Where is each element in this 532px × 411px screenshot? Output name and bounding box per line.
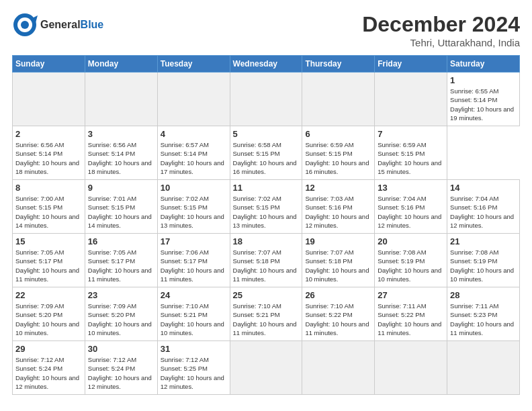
day-info: Sunrise: 7:10 AMSunset: 5:21 PMDaylight:…	[233, 302, 300, 337]
day-number: 10	[161, 183, 227, 193]
day-info: Sunrise: 7:01 AMSunset: 5:15 PMDaylight:…	[88, 194, 154, 230]
calendar-cell: 12Sunrise: 7:03 AMSunset: 5:16 PMDayligh…	[302, 180, 375, 234]
day-number: 19	[305, 236, 371, 246]
day-number: 5	[233, 129, 300, 139]
day-info: Sunrise: 7:00 AMSunset: 5:15 PMDaylight:…	[15, 194, 82, 230]
day-number: 11	[233, 183, 300, 193]
day-info: Sunrise: 7:02 AMSunset: 5:15 PMDaylight:…	[161, 194, 227, 230]
day-number: 15	[15, 236, 82, 246]
calendar-row: 2Sunrise: 6:56 AMSunset: 5:14 PMDaylight…	[13, 126, 520, 180]
day-number: 7	[378, 129, 444, 139]
day-info: Sunrise: 7:08 AMSunset: 5:19 PMDaylight:…	[378, 248, 444, 283]
day-info: Sunrise: 6:58 AMSunset: 5:15 PMDaylight:…	[233, 140, 300, 176]
col-sunday: Sunday	[13, 56, 85, 73]
day-info: Sunrise: 7:12 AMSunset: 5:24 PMDaylight:…	[15, 355, 82, 391]
calendar-cell: 31Sunrise: 7:12 AMSunset: 5:25 PMDayligh…	[157, 341, 230, 395]
col-saturday: Saturday	[447, 56, 520, 73]
header: GeneralBlue December 2024 Tehri, Uttarak…	[12, 12, 520, 48]
logo: GeneralBlue	[12, 12, 103, 38]
day-number: 18	[233, 236, 300, 246]
calendar-cell-empty	[302, 73, 375, 126]
day-info: Sunrise: 7:11 AMSunset: 5:23 PMDaylight:…	[450, 302, 517, 337]
calendar-cell: 24Sunrise: 7:10 AMSunset: 5:21 PMDayligh…	[157, 287, 230, 341]
calendar-cell	[302, 341, 375, 395]
day-info: Sunrise: 6:56 AMSunset: 5:14 PMDaylight:…	[88, 140, 154, 176]
day-number: 6	[305, 129, 371, 139]
svg-point-2	[21, 21, 29, 29]
day-number: 14	[450, 183, 517, 193]
day-info: Sunrise: 7:12 AMSunset: 5:24 PMDaylight:…	[88, 355, 154, 391]
calendar-container: GeneralBlue December 2024 Tehri, Uttarak…	[0, 0, 532, 402]
day-info: Sunrise: 7:07 AMSunset: 5:18 PMDaylight:…	[305, 248, 371, 283]
calendar-cell: 19Sunrise: 7:07 AMSunset: 5:18 PMDayligh…	[302, 234, 375, 287]
calendar-cell	[447, 341, 520, 395]
day-info: Sunrise: 7:10 AMSunset: 5:21 PMDaylight:…	[161, 302, 227, 337]
calendar-cell: 10Sunrise: 7:02 AMSunset: 5:15 PMDayligh…	[157, 180, 230, 234]
day-number: 30	[88, 344, 154, 354]
day-number: 26	[305, 290, 371, 300]
calendar-cell: 3Sunrise: 6:56 AMSunset: 5:14 PMDaylight…	[85, 126, 157, 180]
day-info: Sunrise: 7:09 AMSunset: 5:20 PMDaylight:…	[15, 302, 82, 337]
day-number: 20	[378, 236, 444, 246]
day-number: 31	[161, 344, 227, 354]
calendar-cell-empty	[230, 73, 302, 126]
calendar-cell: 2Sunrise: 6:56 AMSunset: 5:14 PMDaylight…	[13, 126, 85, 180]
calendar-cell: 8Sunrise: 7:00 AMSunset: 5:15 PMDaylight…	[13, 180, 85, 234]
day-number: 16	[88, 236, 154, 246]
day-number: 22	[15, 290, 82, 300]
day-info: Sunrise: 7:06 AMSunset: 5:17 PMDaylight:…	[161, 248, 227, 283]
calendar-cell: 18Sunrise: 7:07 AMSunset: 5:18 PMDayligh…	[230, 234, 302, 287]
title-block: December 2024 Tehri, Uttarakhand, India	[362, 12, 520, 48]
day-number: 9	[88, 183, 154, 193]
calendar-cell: 21Sunrise: 7:08 AMSunset: 5:19 PMDayligh…	[447, 234, 520, 287]
calendar-cell: 6Sunrise: 6:59 AMSunset: 5:15 PMDaylight…	[302, 126, 375, 180]
calendar-cell: 30Sunrise: 7:12 AMSunset: 5:24 PMDayligh…	[85, 341, 157, 395]
day-info: Sunrise: 6:57 AMSunset: 5:14 PMDaylight:…	[161, 140, 227, 176]
day-info: Sunrise: 7:11 AMSunset: 5:22 PMDaylight:…	[378, 302, 444, 337]
calendar-cell: 13Sunrise: 7:04 AMSunset: 5:16 PMDayligh…	[375, 180, 447, 234]
month-title: December 2024	[362, 12, 520, 37]
day-info: Sunrise: 6:59 AMSunset: 5:15 PMDaylight:…	[305, 140, 371, 176]
calendar-cell	[375, 341, 447, 395]
location-title: Tehri, Uttarakhand, India	[362, 37, 520, 48]
day-info: Sunrise: 7:09 AMSunset: 5:20 PMDaylight:…	[88, 302, 154, 337]
calendar-cell-empty	[13, 73, 85, 126]
day-number: 1	[450, 75, 517, 85]
calendar-table: Sunday Monday Tuesday Wednesday Thursday…	[12, 55, 520, 395]
calendar-cell-empty	[157, 73, 230, 126]
day-info: Sunrise: 7:08 AMSunset: 5:19 PMDaylight:…	[450, 248, 517, 283]
calendar-cell: 14Sunrise: 7:04 AMSunset: 5:16 PMDayligh…	[447, 180, 520, 234]
day-info: Sunrise: 7:12 AMSunset: 5:25 PMDaylight:…	[161, 355, 227, 391]
calendar-cell: 23Sunrise: 7:09 AMSunset: 5:20 PMDayligh…	[85, 287, 157, 341]
calendar-cell: 29Sunrise: 7:12 AMSunset: 5:24 PMDayligh…	[13, 341, 85, 395]
day-number: 17	[161, 236, 227, 246]
calendar-cell: 7Sunrise: 6:59 AMSunset: 5:15 PMDaylight…	[375, 126, 447, 180]
logo-icon	[12, 12, 38, 38]
calendar-row: 15Sunrise: 7:05 AMSunset: 5:17 PMDayligh…	[13, 234, 520, 287]
day-number: 24	[161, 290, 227, 300]
day-number: 23	[88, 290, 154, 300]
day-info: Sunrise: 7:03 AMSunset: 5:16 PMDaylight:…	[305, 194, 371, 230]
day-number: 8	[15, 183, 82, 193]
day-info: Sunrise: 7:04 AMSunset: 5:16 PMDaylight:…	[450, 194, 517, 230]
day-number: 13	[378, 183, 444, 193]
calendar-cell: 5Sunrise: 6:58 AMSunset: 5:15 PMDaylight…	[230, 126, 302, 180]
calendar-cell: 26Sunrise: 7:10 AMSunset: 5:22 PMDayligh…	[302, 287, 375, 341]
col-thursday: Thursday	[302, 56, 375, 73]
calendar-cell-empty	[85, 73, 157, 126]
calendar-cell: 11Sunrise: 7:02 AMSunset: 5:15 PMDayligh…	[230, 180, 302, 234]
day-number: 21	[450, 236, 517, 246]
day-info: Sunrise: 6:55 AMSunset: 5:14 PMDaylight:…	[450, 87, 517, 122]
calendar-cell: 20Sunrise: 7:08 AMSunset: 5:19 PMDayligh…	[375, 234, 447, 287]
col-wednesday: Wednesday	[230, 56, 302, 73]
calendar-cell: 15Sunrise: 7:05 AMSunset: 5:17 PMDayligh…	[13, 234, 85, 287]
calendar-cell: 22Sunrise: 7:09 AMSunset: 5:20 PMDayligh…	[13, 287, 85, 341]
day-number: 28	[450, 290, 517, 300]
calendar-row: 22Sunrise: 7:09 AMSunset: 5:20 PMDayligh…	[13, 287, 520, 341]
day-info: Sunrise: 7:04 AMSunset: 5:16 PMDaylight:…	[378, 194, 444, 230]
logo-blue-text: Blue	[81, 19, 104, 30]
calendar-cell: 17Sunrise: 7:06 AMSunset: 5:17 PMDayligh…	[157, 234, 230, 287]
calendar-cell: 27Sunrise: 7:11 AMSunset: 5:22 PMDayligh…	[375, 287, 447, 341]
calendar-row: 29Sunrise: 7:12 AMSunset: 5:24 PMDayligh…	[13, 341, 520, 395]
calendar-header-row: Sunday Monday Tuesday Wednesday Thursday…	[13, 56, 520, 73]
